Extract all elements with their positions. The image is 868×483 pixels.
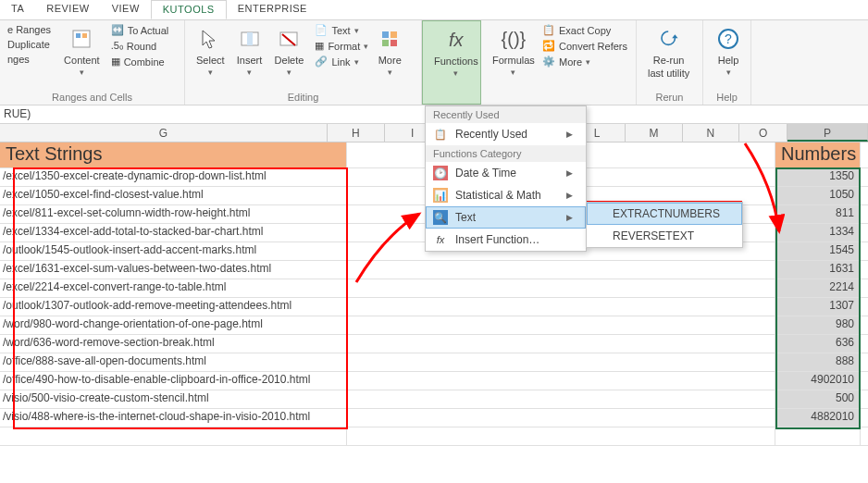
col-header-m[interactable]: M xyxy=(626,124,682,142)
svg-rect-2 xyxy=(82,33,87,38)
to-actual-icon: ↔️ xyxy=(111,24,124,36)
chart-icon: 📊 xyxy=(433,188,448,203)
col-header-n[interactable]: N xyxy=(683,124,739,142)
compare-ranges-button[interactable]: e Ranges xyxy=(6,23,53,36)
cell-number[interactable]: 888 xyxy=(775,353,861,371)
functions-button[interactable]: fx Functions▾ xyxy=(428,24,484,89)
braces-icon: {()} xyxy=(500,25,527,53)
insert-button[interactable]: Insert▾ xyxy=(230,23,269,90)
content-button[interactable]: Content ▾ xyxy=(58,23,105,90)
table-row: /visio/488-where-is-the-internet-cloud-s… xyxy=(0,409,868,427)
cell-number[interactable]: 1545 xyxy=(775,242,861,260)
cell-number[interactable]: 1050 xyxy=(775,187,861,204)
cell-text[interactable]: /office/888-save-all-open-documents.html xyxy=(0,353,347,371)
text-submenu: EXTRACTNUMBERS REVERSETEXT xyxy=(586,202,743,248)
cell-text[interactable]: /excel/1350-excel-create-dynamic-drop-do… xyxy=(0,168,347,186)
cell-number[interactable]: 636 xyxy=(775,335,861,353)
table-row xyxy=(0,427,868,446)
delete-icon xyxy=(275,25,303,53)
more-workbook-button[interactable]: ⚙️More▾ xyxy=(540,55,629,68)
cell-number[interactable]: 500 xyxy=(775,390,861,408)
svg-rect-8 xyxy=(391,31,397,38)
cell-number[interactable]: 811 xyxy=(775,205,861,223)
cell-number[interactable]: 4902010 xyxy=(775,372,861,390)
help-button[interactable]: ?Help▾ xyxy=(709,23,748,90)
clock-icon: 🕑 xyxy=(433,166,448,180)
group-formulas: {()}Formulas▾ xyxy=(481,20,535,105)
cell-text[interactable]: /visio/500-visio-create-custom-stencil.h… xyxy=(0,390,347,408)
cell-text[interactable]: /word/636-word-remove-section-break.html xyxy=(0,335,347,353)
table-row: /excel/2214-excel-convert-range-to-table… xyxy=(0,279,868,298)
content-icon xyxy=(68,25,95,53)
table-row: /office/490-how-to-disable-enable-clipbo… xyxy=(0,372,868,390)
group-workbook: 📋Exact Copy 🔁Convert Refers ⚙️More▾ xyxy=(535,20,637,105)
menu-header-recent: Recently Used xyxy=(426,106,586,123)
col-header-o[interactable]: O xyxy=(739,124,787,142)
copy-ranges-button[interactable]: nges xyxy=(6,53,53,66)
cell-number[interactable]: 2214 xyxy=(775,279,861,297)
table-row: /excel/1631-excel-sum-values-between-two… xyxy=(0,261,868,279)
tab-data[interactable]: TA xyxy=(0,0,35,19)
col-header-g[interactable]: G xyxy=(0,124,328,142)
tab-view[interactable]: VIEW xyxy=(101,0,151,19)
chevron-right-icon: ▶ xyxy=(566,130,573,139)
cell-text[interactable]: /excel/1631-excel-sum-values-between-two… xyxy=(0,261,347,279)
tab-review[interactable]: REVIEW xyxy=(35,0,100,19)
link-button[interactable]: 🔗Link▾ xyxy=(313,55,370,68)
menu-item-date-time[interactable]: 🕑 Date & Time▶ xyxy=(426,162,586,184)
fx-icon: fx xyxy=(433,232,448,247)
submenu-item-extractnumbers[interactable]: EXTRACTNUMBERS xyxy=(587,203,742,225)
cell-number[interactable]: 980 xyxy=(775,316,861,334)
cursor-icon xyxy=(196,25,224,53)
svg-rect-4 xyxy=(247,32,253,45)
group-title: Editing xyxy=(191,90,415,105)
round-button[interactable]: .5₀Round xyxy=(109,39,171,53)
header-text-strings[interactable]: Text Strings xyxy=(0,142,347,167)
copy-icon: 📋 xyxy=(542,24,555,36)
cell-number[interactable]: 4882010 xyxy=(775,409,861,427)
col-header-h[interactable]: H xyxy=(328,124,384,142)
cell-number[interactable]: 1350 xyxy=(775,168,861,186)
format-button[interactable]: ▦Format▾ xyxy=(313,39,370,53)
cell-text[interactable]: /excel/2214-excel-convert-range-to-table… xyxy=(0,279,347,297)
ribbon-tabs: TA REVIEW VIEW KUTOOLS ENTERPRISE xyxy=(0,0,868,20)
recent-icon: 📋 xyxy=(433,127,448,142)
cell-text[interactable]: /excel/811-excel-set-column-width-row-he… xyxy=(0,205,347,223)
rerun-button[interactable]: Re-runlast utility xyxy=(642,23,695,90)
header-numbers[interactable]: Numbers xyxy=(775,142,861,167)
group-editing: Select▾ Insert▾ Delete▾ 📄Text▾ ▦Format▾ … xyxy=(185,20,422,105)
cell-text[interactable]: /visio/488-where-is-the-internet-cloud-s… xyxy=(0,409,347,427)
more-editing-button[interactable]: More▾ xyxy=(370,23,409,90)
cell-number[interactable]: 1631 xyxy=(775,261,861,279)
tab-enterprise[interactable]: ENTERPRISE xyxy=(227,0,318,19)
to-actual-button[interactable]: ↔️To Actual xyxy=(109,23,171,37)
table-row: /word/980-word-change-orientation-of-one… xyxy=(0,316,868,335)
text-button[interactable]: 📄Text▾ xyxy=(313,23,370,37)
menu-item-text[interactable]: 🔍 Text▶ xyxy=(426,206,586,229)
cell-text[interactable]: /outlook/1545-outlook-insert-add-accent-… xyxy=(0,242,347,260)
select-button[interactable]: Select▾ xyxy=(191,23,230,90)
submenu-item-reversetext[interactable]: REVERSETEXT xyxy=(587,225,742,247)
insert-icon xyxy=(236,25,264,53)
cell-text[interactable]: /excel/1334-excel-add-total-to-stacked-b… xyxy=(0,224,347,242)
combine-button[interactable]: ▦Combine xyxy=(109,55,171,68)
formulas-button[interactable]: {()}Formulas▾ xyxy=(487,23,540,90)
menu-item-stat-math[interactable]: 📊 Statistical & Math▶ xyxy=(426,184,586,206)
menu-item-insert-function[interactable]: fx Insert Function… xyxy=(426,229,586,251)
combine-icon: ▦ xyxy=(111,56,120,68)
cell-number[interactable]: 1307 xyxy=(775,298,861,316)
tab-kutools[interactable]: KUTOOLS xyxy=(151,0,227,19)
col-header-p[interactable]: P xyxy=(787,124,868,142)
menu-header-category: Functions Category xyxy=(426,145,586,162)
menu-item-recently-used[interactable]: 📋 Recently Used▶ xyxy=(426,123,586,145)
group-help: ?Help▾ Help xyxy=(703,20,751,105)
cell-text[interactable]: /word/980-word-change-orientation-of-one… xyxy=(0,316,347,334)
prevent-duplicate-button[interactable]: Duplicate xyxy=(6,38,53,51)
cell-text[interactable]: /excel/1050-excel-find-closest-value.htm… xyxy=(0,187,347,204)
convert-refers-button[interactable]: 🔁Convert Refers xyxy=(540,39,629,53)
delete-button[interactable]: Delete▾ xyxy=(269,23,310,90)
cell-number[interactable]: 1334 xyxy=(775,224,861,242)
exact-copy-button[interactable]: 📋Exact Copy xyxy=(540,23,629,37)
cell-text[interactable]: /outlook/1307-outlook-add-remove-meeting… xyxy=(0,298,347,316)
cell-text[interactable]: /office/490-how-to-disable-enable-clipbo… xyxy=(0,372,347,390)
